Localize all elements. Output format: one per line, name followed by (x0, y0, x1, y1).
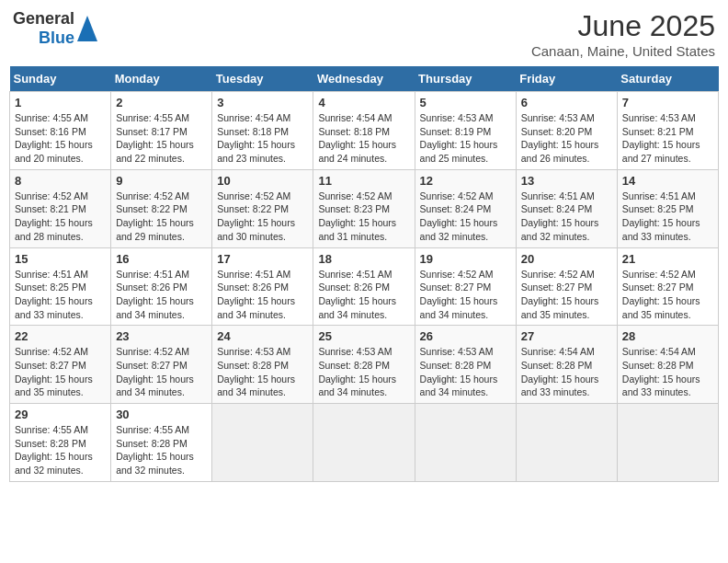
sunrise-label: Sunrise: 4:53 AM (622, 112, 696, 123)
sunrise-label: Sunrise: 4:52 AM (622, 269, 696, 280)
day-info: Sunrise: 4:55 AM Sunset: 8:28 PM Dayligh… (15, 423, 106, 477)
daylight-minutes: and 33 minutes. (622, 386, 691, 397)
calendar-cell: 24 Sunrise: 4:53 AM Sunset: 8:28 PM Dayl… (212, 326, 313, 404)
day-info: Sunrise: 4:55 AM Sunset: 8:16 PM Dayligh… (15, 111, 106, 166)
day-number: 21 (622, 252, 713, 266)
daylight-label: Daylight: 15 hours (622, 139, 700, 150)
calendar-cell: 13 Sunrise: 4:51 AM Sunset: 8:24 PM Dayl… (516, 169, 617, 247)
daylight-label: Daylight: 15 hours (622, 295, 700, 306)
daylight-label: Daylight: 15 hours (116, 295, 194, 306)
day-number: 26 (420, 329, 511, 343)
sunset-label: Sunset: 8:28 PM (521, 360, 593, 371)
logo-general-text: General (13, 9, 74, 29)
day-number: 29 (15, 408, 106, 421)
day-number: 15 (15, 252, 106, 266)
daylight-minutes: and 34 minutes. (116, 386, 185, 397)
daylight-minutes: and 34 minutes. (420, 309, 489, 320)
daylight-label: Daylight: 15 hours (116, 217, 194, 228)
day-info: Sunrise: 4:51 AM Sunset: 8:25 PM Dayligh… (622, 190, 713, 244)
daylight-minutes: and 34 minutes. (116, 309, 185, 320)
day-number: 6 (521, 96, 612, 109)
weekday-header-friday: Friday (516, 66, 617, 92)
calendar-week-row: 8 Sunrise: 4:52 AM Sunset: 8:21 PM Dayli… (10, 169, 719, 247)
day-number: 14 (622, 174, 713, 188)
sunrise-label: Sunrise: 4:51 AM (116, 269, 189, 280)
day-number: 4 (318, 96, 409, 109)
daylight-label: Daylight: 15 hours (420, 295, 498, 306)
logo: General Blue (13, 9, 97, 47)
daylight-label: Daylight: 15 hours (116, 373, 194, 385)
daylight-label: Daylight: 15 hours (521, 139, 599, 150)
day-number: 12 (420, 174, 511, 188)
sunrise-label: Sunrise: 4:52 AM (521, 269, 595, 280)
daylight-minutes: and 24 minutes. (318, 153, 387, 164)
sunrise-label: Sunrise: 4:51 AM (622, 190, 696, 201)
title-area: June 2025 Canaan, Maine, United States (531, 9, 715, 59)
calendar-cell: 23 Sunrise: 4:52 AM Sunset: 8:27 PM Dayl… (111, 326, 212, 404)
day-info: Sunrise: 4:51 AM Sunset: 8:26 PM Dayligh… (318, 268, 409, 322)
day-info: Sunrise: 4:51 AM Sunset: 8:25 PM Dayligh… (15, 268, 106, 322)
daylight-minutes: and 20 minutes. (15, 153, 84, 164)
sunset-label: Sunset: 8:26 PM (318, 282, 390, 293)
sunrise-label: Sunrise: 4:52 AM (116, 346, 189, 357)
daylight-minutes: and 32 minutes. (420, 231, 489, 242)
calendar-cell: 29 Sunrise: 4:55 AM Sunset: 8:28 PM Dayl… (10, 404, 111, 482)
sunset-label: Sunset: 8:28 PM (318, 360, 390, 371)
daylight-minutes: and 32 minutes. (521, 231, 590, 242)
daylight-label: Daylight: 15 hours (521, 217, 599, 228)
sunset-label: Sunset: 8:26 PM (116, 282, 188, 293)
daylight-minutes: and 25 minutes. (420, 153, 489, 164)
sunset-label: Sunset: 8:28 PM (622, 360, 694, 371)
calendar-cell: 26 Sunrise: 4:53 AM Sunset: 8:28 PM Dayl… (415, 326, 516, 404)
calendar-cell: 10 Sunrise: 4:52 AM Sunset: 8:22 PM Dayl… (212, 169, 313, 247)
sunset-label: Sunset: 8:22 PM (116, 203, 188, 214)
daylight-minutes: and 31 minutes. (318, 231, 387, 242)
sunset-label: Sunset: 8:27 PM (521, 282, 593, 293)
day-number: 17 (217, 252, 308, 266)
sunrise-label: Sunrise: 4:54 AM (622, 346, 696, 357)
sunrise-label: Sunrise: 4:52 AM (420, 190, 494, 201)
sunset-label: Sunset: 8:24 PM (420, 203, 492, 214)
month-title: June 2025 (531, 9, 715, 43)
sunrise-label: Sunrise: 4:55 AM (15, 424, 88, 435)
calendar-cell: 2 Sunrise: 4:55 AM Sunset: 8:17 PM Dayli… (111, 92, 212, 170)
calendar-cell: 30 Sunrise: 4:55 AM Sunset: 8:28 PM Dayl… (111, 404, 212, 482)
daylight-minutes: and 34 minutes. (318, 386, 387, 397)
sunset-label: Sunset: 8:19 PM (420, 126, 492, 137)
calendar-cell: 15 Sunrise: 4:51 AM Sunset: 8:25 PM Dayl… (10, 247, 111, 326)
daylight-minutes: and 28 minutes. (15, 231, 84, 242)
daylight-label: Daylight: 15 hours (15, 217, 93, 228)
sunrise-label: Sunrise: 4:53 AM (318, 346, 392, 357)
weekday-header-monday: Monday (111, 66, 212, 92)
calendar-cell (313, 404, 415, 482)
daylight-minutes: and 26 minutes. (521, 153, 590, 164)
sunrise-label: Sunrise: 4:55 AM (116, 424, 189, 435)
sunrise-label: Sunrise: 4:51 AM (318, 269, 392, 280)
weekday-header-wednesday: Wednesday (313, 66, 415, 92)
daylight-label: Daylight: 15 hours (217, 139, 295, 150)
calendar-cell: 5 Sunrise: 4:53 AM Sunset: 8:19 PM Dayli… (415, 92, 516, 170)
calendar-cell (617, 404, 718, 482)
sunrise-label: Sunrise: 4:51 AM (521, 190, 595, 201)
daylight-minutes: and 35 minutes. (521, 309, 590, 320)
sunset-label: Sunset: 8:23 PM (318, 203, 390, 214)
day-number: 8 (15, 174, 106, 188)
daylight-minutes: and 34 minutes. (217, 309, 286, 320)
calendar-week-row: 15 Sunrise: 4:51 AM Sunset: 8:25 PM Dayl… (10, 247, 719, 326)
daylight-minutes: and 35 minutes. (15, 386, 84, 397)
calendar-cell: 18 Sunrise: 4:51 AM Sunset: 8:26 PM Dayl… (313, 247, 415, 326)
sunrise-label: Sunrise: 4:52 AM (318, 190, 392, 201)
daylight-minutes: and 23 minutes. (217, 153, 286, 164)
sunrise-label: Sunrise: 4:53 AM (420, 112, 494, 123)
sunset-label: Sunset: 8:16 PM (15, 126, 86, 137)
day-info: Sunrise: 4:52 AM Sunset: 8:23 PM Dayligh… (318, 190, 409, 244)
day-info: Sunrise: 4:53 AM Sunset: 8:20 PM Dayligh… (521, 111, 612, 166)
daylight-label: Daylight: 15 hours (15, 295, 93, 306)
sunrise-label: Sunrise: 4:54 AM (318, 112, 392, 123)
sunrise-label: Sunrise: 4:53 AM (521, 112, 595, 123)
day-number: 22 (15, 329, 106, 343)
day-info: Sunrise: 4:54 AM Sunset: 8:18 PM Dayligh… (318, 111, 409, 166)
sunrise-label: Sunrise: 4:51 AM (217, 269, 290, 280)
calendar-cell: 22 Sunrise: 4:52 AM Sunset: 8:27 PM Dayl… (10, 326, 111, 404)
day-number: 20 (521, 252, 612, 266)
